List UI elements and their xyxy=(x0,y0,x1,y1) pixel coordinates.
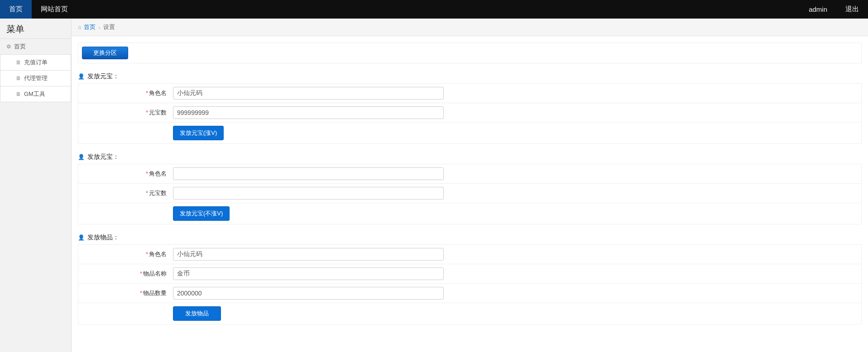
switch-zone-button[interactable]: 更换分区 xyxy=(82,47,128,59)
section-title-label: 发放元宝： xyxy=(87,72,119,81)
form-0: *角色名 *元宝数 发放元宝(涨V) xyxy=(78,83,862,144)
form-row: *元宝数 xyxy=(78,184,861,203)
label-text: 角色名 xyxy=(149,251,167,257)
field-label: *物品名称 xyxy=(78,270,171,278)
content: ⌂ 首页 › 设置 更换分区 👤 发放元宝： *角色名 *元宝数 发放元宝(涨V xyxy=(72,19,868,352)
form-row: 发放元宝(涨V) xyxy=(78,123,861,144)
amount-input[interactable] xyxy=(173,106,444,119)
topnav-logout[interactable]: 退出 xyxy=(836,0,868,19)
form-row: *物品名称 xyxy=(78,264,861,284)
gear-icon: ⚙ xyxy=(6,43,11,50)
user-icon: 👤 xyxy=(78,73,85,80)
breadcrumb: ⌂ 首页 › 设置 xyxy=(72,19,868,36)
section-title-2: 👤 发放物品： xyxy=(78,233,862,242)
item-qty-input[interactable] xyxy=(173,287,444,300)
sidebar-title: 菜单 xyxy=(0,19,71,39)
sidebar-parent[interactable]: ⚙ 首页 xyxy=(0,38,71,55)
field-label: *角色名 xyxy=(78,170,171,178)
form-row: *物品数量 xyxy=(78,284,861,303)
topbar: 首页 网站首页 admin 退出 xyxy=(0,0,868,19)
field-label: *元宝数 xyxy=(78,189,171,197)
page-icon: 🗎 xyxy=(16,59,21,66)
sidebar: 菜单 ⚙ 首页 🗎 充值订单 🗎 代理管理 🗎 GM工具 xyxy=(0,19,72,352)
label-text: 元宝数 xyxy=(149,109,167,116)
topnav-site-home[interactable]: 网站首页 xyxy=(32,0,77,19)
breadcrumb-current: 设置 xyxy=(103,23,115,31)
submit-button-0[interactable]: 发放元宝(涨V) xyxy=(173,126,224,140)
label-text: 角色名 xyxy=(149,90,167,96)
topnav-home[interactable]: 首页 xyxy=(0,0,32,19)
page-icon: 🗎 xyxy=(16,75,21,81)
section-title-label: 发放元宝： xyxy=(87,153,119,161)
form-row: *角色名 xyxy=(78,84,861,103)
section-title-label: 发放物品： xyxy=(87,233,119,242)
form-row: 发放元宝(不涨V) xyxy=(78,203,861,224)
sidebar-parent-label: 首页 xyxy=(14,43,26,51)
form-row: 发放物品 xyxy=(78,303,861,324)
section-title-0: 👤 发放元宝： xyxy=(78,72,862,81)
topnav-right: admin 退出 xyxy=(800,0,868,19)
sidebar-item-agent[interactable]: 🗎 代理管理 xyxy=(0,70,71,86)
breadcrumb-home[interactable]: 首页 xyxy=(84,23,96,31)
topnav-left: 首页 网站首页 xyxy=(0,0,77,19)
field-label: *角色名 xyxy=(78,89,171,97)
field-label: *物品数量 xyxy=(78,289,171,297)
form-row: *角色名 xyxy=(78,164,861,184)
field-label: *元宝数 xyxy=(78,109,171,117)
field-label: *角色名 xyxy=(78,250,171,258)
form-row: *元宝数 xyxy=(78,103,861,123)
page-icon: 🗎 xyxy=(16,91,21,97)
role-name-input[interactable] xyxy=(173,87,444,100)
label-text: 角色名 xyxy=(149,170,167,177)
form-1: *角色名 *元宝数 发放元宝(不涨V) xyxy=(78,164,862,224)
form-2: *角色名 *物品名称 *物品数量 发放物品 xyxy=(78,244,862,324)
sidebar-menu: ⚙ 首页 🗎 充值订单 🗎 代理管理 🗎 GM工具 xyxy=(0,38,71,102)
label-text: 元宝数 xyxy=(149,190,167,196)
label-text: 物品名称 xyxy=(143,270,167,277)
sidebar-item-recharge[interactable]: 🗎 充值订单 xyxy=(0,54,71,71)
amount-input-2[interactable] xyxy=(173,187,444,200)
user-icon: 👤 xyxy=(78,154,85,160)
user-icon: 👤 xyxy=(78,234,85,241)
sidebar-item-label: 充值订单 xyxy=(24,58,48,67)
sidebar-item-gm-tools[interactable]: 🗎 GM工具 xyxy=(0,86,71,102)
topnav-user[interactable]: admin xyxy=(800,0,836,19)
home-icon: ⌂ xyxy=(78,24,81,30)
section-title-1: 👤 发放元宝： xyxy=(78,153,862,161)
submit-button-1[interactable]: 发放元宝(不涨V) xyxy=(173,206,230,221)
role-name-input-3[interactable] xyxy=(173,248,444,261)
item-name-input[interactable] xyxy=(173,267,444,280)
role-name-input-2[interactable] xyxy=(173,167,444,180)
sidebar-item-label: 代理管理 xyxy=(24,74,48,82)
sidebar-item-label: GM工具 xyxy=(24,90,45,98)
switch-panel: 更换分区 xyxy=(78,43,862,63)
submit-button-2[interactable]: 发放物品 xyxy=(173,306,221,321)
breadcrumb-sep: › xyxy=(98,24,100,31)
label-text: 物品数量 xyxy=(143,290,167,296)
form-row: *角色名 xyxy=(78,245,861,264)
